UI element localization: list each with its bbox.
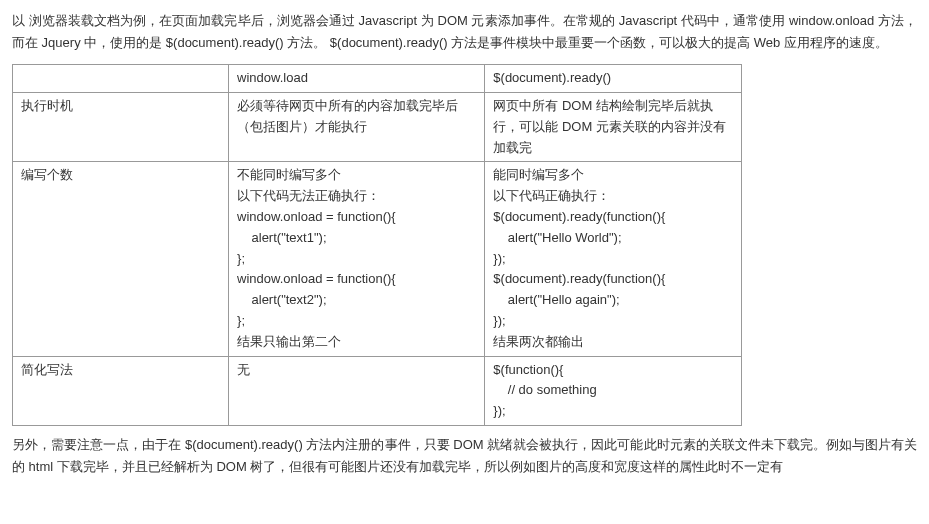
code-line: }; — [237, 251, 245, 266]
code-line: $(function(){ — [493, 362, 563, 377]
header-documentready: $(document).ready() — [485, 65, 742, 93]
code-line: 能同时编写多个 — [493, 167, 584, 182]
code-line: alert("text2"); — [237, 292, 326, 307]
table-header-row: window.load $(document).ready() — [13, 65, 742, 93]
table-row: 编写个数 不能同时编写多个 以下代码无法正确执行： window.onload … — [13, 162, 742, 356]
code-line: $(document).ready(function(){ — [493, 271, 665, 286]
code-line: $(document).ready(function(){ — [493, 209, 665, 224]
code-line: }); — [493, 403, 505, 418]
row-timing-windowload: 必须等待网页中所有的内容加载完毕后（包括图片）才能执行 — [229, 92, 485, 161]
code-line: window.onload = function(){ — [237, 271, 396, 286]
code-line: // do something — [493, 382, 596, 397]
table-row: 简化写法 无 $(function(){ // do something }); — [13, 356, 742, 425]
row-count-windowload: 不能同时编写多个 以下代码无法正确执行： window.onload = fun… — [229, 162, 485, 356]
row-timing-label: 执行时机 — [13, 92, 229, 161]
row-shorthand-documentready: $(function(){ // do something }); — [485, 356, 742, 425]
header-empty — [13, 65, 229, 93]
outro-paragraph: 另外，需要注意一点，由于在 $(document).ready() 方法内注册的… — [12, 434, 917, 478]
code-line: window.onload = function(){ — [237, 209, 396, 224]
header-windowload: window.load — [229, 65, 485, 93]
code-line: }); — [493, 313, 505, 328]
code-line: }); — [493, 251, 505, 266]
code-line: alert("Hello again"); — [493, 292, 619, 307]
code-line: alert("Hello World"); — [493, 230, 621, 245]
code-line: }; — [237, 313, 245, 328]
row-count-label: 编写个数 — [13, 162, 229, 356]
code-line: 结果两次都输出 — [493, 334, 584, 349]
row-shorthand-windowload: 无 — [229, 356, 485, 425]
code-line: 以下代码正确执行： — [493, 188, 610, 203]
code-line: 不能同时编写多个 — [237, 167, 341, 182]
row-shorthand-label: 简化写法 — [13, 356, 229, 425]
intro-paragraph: 以 浏览器装载文档为例，在页面加载完毕后，浏览器会通过 Javascript 为… — [12, 10, 917, 54]
code-line: 结果只输出第二个 — [237, 334, 341, 349]
row-count-documentready: 能同时编写多个 以下代码正确执行： $(document).ready(func… — [485, 162, 742, 356]
comparison-table: window.load $(document).ready() 执行时机 必须等… — [12, 64, 742, 426]
row-timing-documentready: 网页中所有 DOM 结构绘制完毕后就执行，可以能 DOM 元素关联的内容并没有加… — [485, 92, 742, 161]
code-line: alert("text1"); — [237, 230, 326, 245]
table-row: 执行时机 必须等待网页中所有的内容加载完毕后（包括图片）才能执行 网页中所有 D… — [13, 92, 742, 161]
code-line: 以下代码无法正确执行： — [237, 188, 380, 203]
